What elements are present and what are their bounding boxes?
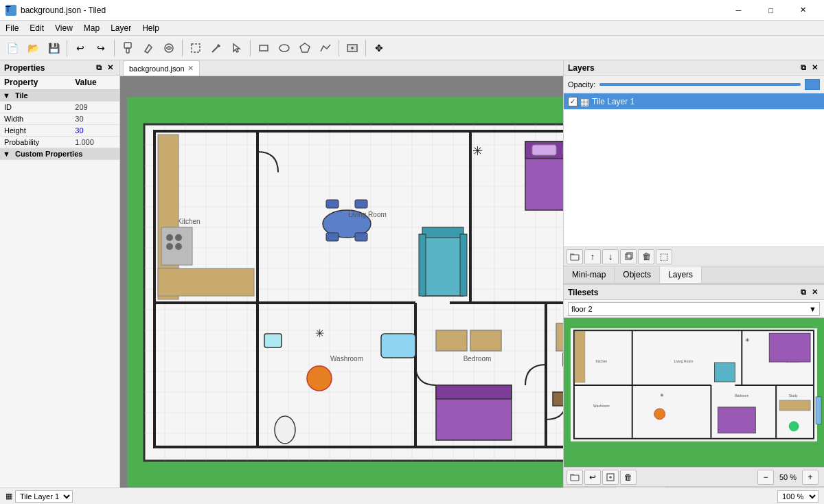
tilesets-zoom-in-button[interactable]: +	[802, 470, 819, 485]
svg-rect-4	[192, 44, 200, 52]
tilesets-delete-button[interactable]: 🗑	[620, 470, 637, 485]
layer-status-select[interactable]: Tile Layer 1	[15, 490, 73, 503]
magic-wand-button[interactable]	[207, 38, 226, 58]
svg-rect-77	[422, 234, 464, 296]
layers-section: Layers ⧉ ✕ Opacity: ✓ ▦ Tile Layer 1	[564, 60, 824, 284]
redo-button[interactable]: ↪	[91, 38, 111, 58]
property-value: 30	[71, 113, 119, 125]
custom-properties-section-row: ▼ Custom Properties	[0, 148, 119, 160]
properties-float-button[interactable]: ⧉	[94, 62, 104, 73]
floor-plan-canvas: Kitchen Living Room	[120, 90, 563, 494]
canvas-scroll[interactable]: Kitchen Living Room	[120, 76, 563, 494]
svg-point-69	[166, 243, 173, 250]
tab-objects[interactable]: Objects	[615, 266, 660, 283]
toolbar-separator-3	[182, 40, 183, 56]
toolbar-separator-2	[114, 40, 115, 56]
layers-close-button[interactable]: ✕	[810, 62, 820, 73]
tileset-selector[interactable]: floor 2 ▼	[568, 302, 820, 316]
move-layer-down-button[interactable]: ↓	[602, 249, 619, 264]
layers-toolbar: ↑ ↓ 🗑 ⬚	[564, 247, 824, 266]
svg-rect-134	[571, 475, 579, 481]
table-row: Probability 1.000	[0, 137, 119, 148]
close-button[interactable]: ✕	[788, 0, 819, 21]
svg-point-92	[275, 416, 295, 444]
move-button[interactable]: ✥	[369, 38, 389, 58]
tab-close-button[interactable]: ✕	[187, 64, 194, 73]
tilesets-close-button[interactable]: ✕	[810, 287, 820, 297]
tilesets-zoom-value: 50 %	[776, 473, 800, 481]
duplicate-layer-button[interactable]	[620, 249, 637, 264]
properties-header-buttons: ⧉ ✕	[94, 62, 115, 73]
open-button[interactable]: 📂	[23, 38, 43, 58]
opacity-slider[interactable]	[599, 83, 801, 86]
svg-rect-98	[436, 330, 467, 351]
tilesets-new-button[interactable]	[602, 470, 619, 485]
maximize-button[interactable]: □	[755, 0, 786, 21]
menu-map[interactable]: Map	[78, 22, 105, 34]
svg-rect-131	[779, 400, 810, 411]
menu-help[interactable]: Help	[137, 22, 165, 34]
move-layer-up-button[interactable]: ↑	[584, 249, 601, 264]
tilesets-float-button[interactable]: ⧉	[799, 287, 808, 297]
svg-rect-129	[718, 407, 755, 433]
tileset-preview: Kitchen Living Room ✳ Bedroom Washroom ✳	[564, 318, 824, 467]
section-collapse-icon[interactable]: ▼	[3, 91, 10, 100]
layer-visibility-checkbox[interactable]: ✓	[568, 97, 577, 106]
menu-view[interactable]: View	[49, 22, 78, 34]
layer-properties-button[interactable]: ⬚	[656, 249, 672, 264]
properties-empty-area	[0, 160, 119, 488]
tilesets-reload-button[interactable]: ↩	[584, 470, 601, 485]
properties-panel: Properties ⧉ ✕ Property Value ▼ Tile	[0, 60, 120, 504]
titlebar: T background.json - Tiled ─ □ ✕	[0, 0, 824, 21]
property-label: ID	[0, 102, 71, 113]
svg-rect-97	[436, 385, 512, 399]
new-button[interactable]: 📄	[3, 38, 22, 58]
svg-rect-74	[326, 233, 339, 241]
menu-edit[interactable]: Edit	[24, 22, 49, 34]
svg-rect-103	[553, 392, 563, 406]
ellipse-button[interactable]	[275, 38, 294, 58]
svg-rect-101	[556, 323, 563, 351]
tab-layers[interactable]: Layers	[660, 266, 702, 283]
svg-rect-105	[571, 255, 579, 260]
tile-layer-1-item[interactable]: ✓ ▦ Tile Layer 1	[564, 93, 824, 110]
save-button[interactable]: 💾	[44, 38, 63, 58]
rect-shape-button[interactable]	[254, 38, 273, 58]
delete-layer-button[interactable]: 🗑	[638, 249, 654, 264]
background-json-tab[interactable]: background.json ✕	[123, 60, 200, 76]
select-tool-button[interactable]	[227, 38, 247, 58]
layer-status-icon: ▦	[5, 492, 12, 501]
layers-float-button[interactable]: ⧉	[799, 62, 808, 73]
svg-text:Bedroom: Bedroom	[464, 355, 492, 363]
insert-object-button[interactable]	[343, 38, 362, 58]
zoom-controls: 100 %	[777, 490, 819, 503]
table-row: ID 209	[0, 102, 119, 113]
minimize-button[interactable]: ─	[723, 0, 754, 21]
terrain-button[interactable]	[159, 38, 179, 58]
property-label: Probability	[0, 137, 71, 148]
properties-close-button[interactable]: ✕	[105, 62, 115, 73]
menu-file[interactable]: File	[0, 22, 24, 34]
tilesets-zoom-out-button[interactable]: −	[757, 470, 774, 485]
canvas-area: background.json ✕	[120, 60, 563, 504]
polygon-button[interactable]	[295, 38, 314, 58]
tab-bar: background.json ✕	[120, 60, 563, 76]
layers-folder-button[interactable]	[566, 249, 583, 264]
svg-point-132	[789, 422, 799, 431]
property-value: 1.000	[71, 137, 119, 148]
custom-props-collapse-icon[interactable]: ▼	[3, 150, 10, 158]
undo-button[interactable]: ↩	[71, 38, 90, 58]
tilesets-open-button[interactable]	[566, 470, 583, 485]
eraser-button[interactable]	[139, 38, 158, 58]
toolbar-separator-5	[339, 40, 339, 56]
polyline-button[interactable]	[316, 38, 335, 58]
zoom-select[interactable]: 100 %	[777, 490, 819, 503]
menu-layer[interactable]: Layer	[105, 22, 137, 34]
rectangular-select-button[interactable]	[186, 38, 205, 58]
tileset-name: floor 2	[571, 305, 593, 313]
svg-rect-121	[714, 363, 735, 382]
tab-minimap[interactable]: Mini-map	[564, 266, 615, 283]
svg-point-126	[654, 409, 665, 420]
layer-status: ▦ Tile Layer 1	[5, 490, 73, 503]
stamp-brush-button[interactable]	[118, 38, 137, 58]
